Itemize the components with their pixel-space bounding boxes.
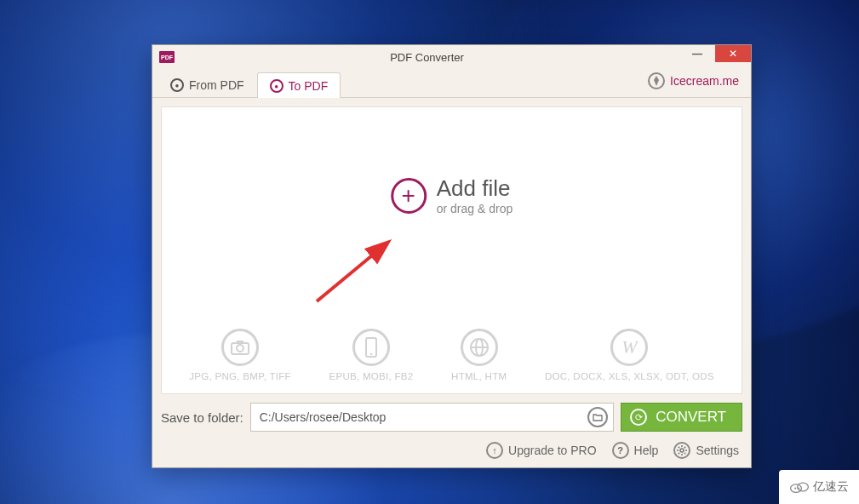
svg-point-20 (794, 488, 796, 490)
app-window: PDF PDF Converter — ✕ ● From PDF ● To PD… (152, 44, 752, 468)
phone-icon (352, 329, 390, 366)
format-image: JPG, PNG, BMP, TIFF (189, 329, 291, 381)
svg-rect-3 (237, 341, 243, 344)
folder-icon (593, 413, 603, 421)
format-ebook-label: EPUB, MOBI, FB2 (329, 371, 413, 381)
tab-to-pdf[interactable]: ● To PDF (257, 72, 341, 98)
plus-icon: + (391, 178, 427, 214)
brand-link[interactable]: Icecream.me (648, 72, 739, 89)
svg-line-17 (684, 447, 685, 448)
upgrade-label: Upgrade to PRO (508, 444, 597, 457)
minimize-button[interactable]: — (679, 45, 715, 62)
add-file-subtitle: or drag & drop (437, 202, 513, 215)
window-title: PDF Converter (175, 51, 679, 64)
svg-line-16 (679, 453, 679, 454)
path-field-wrap (250, 403, 614, 432)
add-file-text-wrap: Add file or drag & drop (437, 175, 513, 215)
svg-line-15 (684, 453, 685, 454)
format-tiles: JPG, PNG, BMP, TIFF EPUB, MOBI, FB2 HTML… (162, 329, 742, 381)
titlebar: PDF PDF Converter — ✕ (152, 45, 751, 69)
add-file-button[interactable]: + Add file or drag & drop (391, 175, 513, 215)
format-html: HTML, HTM (451, 329, 507, 381)
camera-icon (221, 329, 259, 366)
save-folder-label: Save to folder: (161, 410, 243, 425)
globe-icon (461, 329, 498, 366)
settings-link[interactable]: Settings (673, 442, 739, 459)
convert-icon: ⟳ (630, 409, 647, 426)
svg-point-5 (370, 353, 373, 356)
close-button[interactable]: ✕ (715, 45, 751, 62)
convert-button-label: CONVERT (656, 409, 726, 426)
browse-folder-button[interactable] (587, 407, 608, 427)
help-label: Help (634, 444, 659, 457)
svg-line-14 (679, 447, 679, 448)
add-file-title: Add file (437, 175, 513, 202)
format-html-label: HTML, HTM (451, 371, 507, 381)
convert-button[interactable]: ⟳ CONVERT (621, 403, 742, 432)
help-link[interactable]: ? Help (612, 442, 659, 459)
icecream-icon (648, 72, 665, 89)
annotation-arrow (310, 235, 404, 312)
tab-to-pdf-label: To PDF (289, 79, 329, 93)
drop-area[interactable]: + Add file or drag & drop JPG, PNG, BMP,… (161, 106, 742, 394)
format-office: W DOC, DOCX, XLS, XLSX, ODT, ODS (545, 329, 714, 381)
format-ebook: EPUB, MOBI, FB2 (329, 329, 413, 381)
to-pdf-icon: ● (270, 79, 283, 93)
gear-icon (673, 442, 690, 459)
help-icon: ? (612, 442, 629, 459)
brand-link-text: Icecream.me (670, 74, 739, 88)
watermark-text: 亿速云 (813, 479, 849, 495)
footer-links: ↑ Upgrade to PRO ? Help Settings (152, 438, 751, 467)
bottom-bar: Save to folder: ⟳ CONVERT (152, 394, 751, 438)
upgrade-icon: ↑ (486, 442, 503, 459)
settings-label: Settings (696, 444, 739, 457)
app-icon: PDF (159, 51, 175, 63)
tab-from-pdf-label: From PDF (189, 78, 244, 92)
svg-line-0 (317, 243, 387, 301)
watermark: 亿速云 (779, 470, 859, 504)
upgrade-link[interactable]: ↑ Upgrade to PRO (486, 442, 597, 459)
save-path-input[interactable] (260, 410, 587, 424)
window-controls: — ✕ (679, 45, 751, 69)
svg-point-2 (237, 345, 243, 352)
word-icon: W (610, 329, 648, 366)
format-image-label: JPG, PNG, BMP, TIFF (189, 371, 291, 381)
tab-bar: ● From PDF ● To PDF Icecream.me (152, 69, 751, 98)
svg-point-19 (798, 483, 809, 491)
format-office-label: DOC, DOCX, XLS, XLSX, ODT, ODS (545, 371, 714, 381)
svg-point-21 (798, 488, 799, 490)
from-pdf-icon: ● (170, 78, 184, 92)
tab-from-pdf[interactable]: ● From PDF (157, 72, 257, 97)
svg-point-9 (680, 449, 684, 452)
